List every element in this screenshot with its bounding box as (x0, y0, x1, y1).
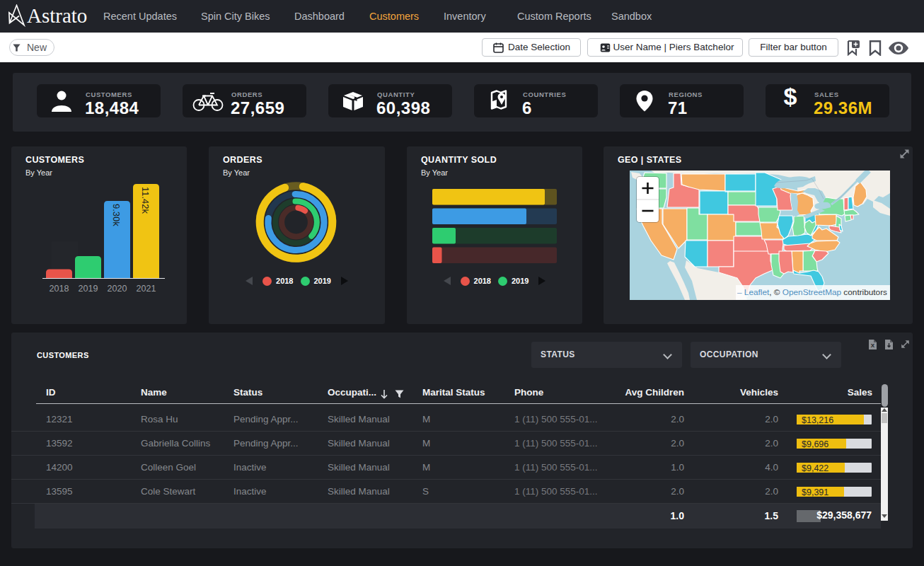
svg-text:2019: 2019 (79, 284, 98, 294)
svg-text:X: X (871, 342, 875, 349)
svg-text:2020: 2020 (108, 284, 127, 294)
svg-text:2021: 2021 (137, 284, 156, 294)
svg-text:– Leaflet, © OpenStreetMap con: – Leaflet, © OpenStreetMap contributors (737, 287, 887, 297)
svg-text:9.30k: 9.30k (111, 204, 122, 226)
svg-text:2018: 2018 (50, 284, 69, 294)
svg-text:11.42k: 11.42k (140, 187, 151, 214)
